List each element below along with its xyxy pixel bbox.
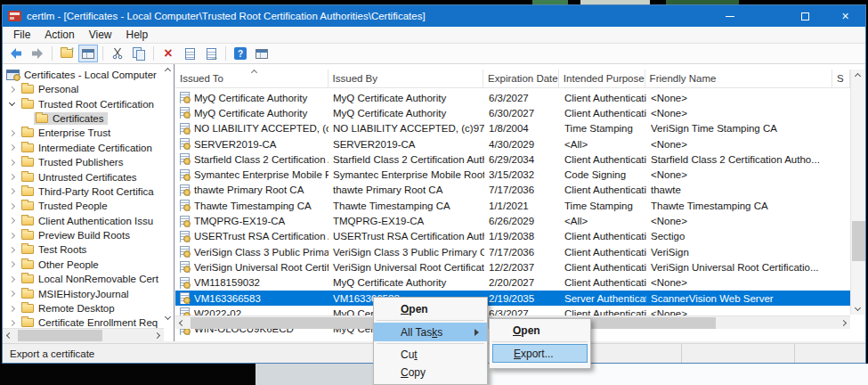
certificate-row[interactable]: VeriSign Class 3 Public Primary ... Veri… xyxy=(175,244,850,259)
tree-item[interactable]: Test Roots xyxy=(3,242,163,257)
scroll-up-icon[interactable] xyxy=(855,73,861,79)
console-tree-pane: Certificates - Local Computer Personal xyxy=(3,64,174,341)
scroll-down-icon[interactable] xyxy=(855,305,861,311)
minimize-button[interactable] xyxy=(710,5,750,27)
certificate-row[interactable]: VeriSign Universal Root Certific... Veri… xyxy=(175,259,850,274)
cell-issued-by: SERVER2019-CA xyxy=(329,139,484,150)
certificate-row[interactable]: MyQ Certificate Authority MyQ Certificat… xyxy=(175,90,850,105)
column-header-friendly-name[interactable]: Friendly Name xyxy=(645,70,832,87)
certificate-row[interactable]: VM163366583 VM163366583 2/19/2035 Server… xyxy=(175,291,850,306)
copy-button[interactable] xyxy=(129,45,149,62)
certificate-row[interactable]: USERTrust RSA Certification Aut... USERT… xyxy=(175,229,850,244)
cell-intended-purposes: Client Authenticati... xyxy=(560,108,646,119)
cell-expiration-date: 7/17/2036 xyxy=(484,247,560,258)
cell-intended-purposes: Client Authenticati... xyxy=(560,247,646,258)
scroll-down-icon[interactable] xyxy=(165,314,171,320)
scrollbar-thumb[interactable] xyxy=(852,221,865,261)
cell-issued-by: Thawte Timestamping CA xyxy=(329,201,484,211)
tree-item[interactable]: Trusted Publishers xyxy=(3,155,163,169)
tree-horizontal-scrollbar[interactable] xyxy=(3,328,164,341)
column-header-expiration-date[interactable]: Expiration Date xyxy=(483,70,559,87)
delete-button[interactable]: × xyxy=(158,45,178,62)
cell-intended-purposes: Time Stamping xyxy=(560,123,646,134)
tree-item[interactable]: MSIEHistoryJournal xyxy=(3,286,163,300)
submenu-open[interactable]: Open xyxy=(490,322,590,340)
menu-bar-item[interactable]: Help xyxy=(119,27,156,43)
show-console-tree-button[interactable] xyxy=(78,45,98,62)
column-header-intended-purposes[interactable]: Intended Purposes xyxy=(559,70,645,87)
cell-issued-to: TMQPRG-EX19-CA xyxy=(194,216,285,226)
tree-item[interactable]: Preview Build Roots xyxy=(3,228,163,242)
console-window-button[interactable] xyxy=(252,45,272,62)
cut-button[interactable] xyxy=(108,45,127,62)
column-header-truncated[interactable]: S xyxy=(832,70,850,87)
certificate-row[interactable]: TMQPRG-EX19-CA TMQPRG-EX19-CA 6/26/2029 … xyxy=(175,213,850,228)
scroll-right-icon[interactable] xyxy=(837,316,850,330)
tree-item[interactable]: Local NonRemovable Cert xyxy=(3,272,163,286)
forward-button[interactable] xyxy=(28,45,47,62)
certificate-row[interactable]: Symantec Enterprise Mobile Ro... Symante… xyxy=(175,167,850,182)
certificate-row[interactable]: SERVER2019-CA SERVER2019-CA 4/30/2029 <A… xyxy=(175,136,850,152)
back-button[interactable] xyxy=(6,45,26,62)
tree-item[interactable]: Certificates xyxy=(3,111,163,126)
tree-item[interactable]: Other People xyxy=(3,258,163,272)
chevron-icon xyxy=(9,203,15,209)
tree-item[interactable]: Trusted People xyxy=(3,199,163,213)
scroll-left-icon[interactable] xyxy=(3,329,16,342)
export-list-button[interactable] xyxy=(201,45,221,62)
menu-bar-item[interactable]: File xyxy=(6,27,37,43)
menu-bar-item[interactable]: View xyxy=(82,27,119,43)
tree-item[interactable]: Enterprise Trust xyxy=(3,126,163,140)
context-menu-all-tasks[interactable]: All Tasks xyxy=(374,323,487,341)
list-vertical-scrollbar[interactable] xyxy=(850,70,865,315)
menu-separator xyxy=(377,320,484,321)
cell-intended-purposes: Time Stamping xyxy=(560,201,646,211)
context-menu-open[interactable]: Open xyxy=(374,300,487,318)
cell-issued-to: SERVER2019-CA xyxy=(194,139,276,150)
toolbar-separator xyxy=(102,46,103,61)
certificate-icon xyxy=(180,246,191,258)
column-header-issued-to[interactable]: Issued To xyxy=(175,70,329,87)
cell-expiration-date: 2/19/2035 xyxy=(484,293,560,304)
tree-item[interactable]: Third-Party Root Certifica xyxy=(3,184,163,199)
scrollbar-thumb[interactable] xyxy=(18,330,102,341)
certificate-row[interactable]: Starfield Class 2 Certification A... Sta… xyxy=(175,152,850,167)
certificate-row[interactable]: thawte Primary Root CA thawte Primary Ro… xyxy=(175,183,850,198)
certificate-row[interactable]: Thawte Timestamping CA Thawte Timestampi… xyxy=(175,198,850,213)
cell-friendly-name: <None> xyxy=(646,216,834,226)
menu-separator xyxy=(377,343,484,344)
column-header-issued-by[interactable]: Issued By xyxy=(329,70,484,87)
certificate-icon xyxy=(180,292,191,304)
tree-root-certificates-local-computer[interactable]: Certificates - Local Computer xyxy=(3,67,163,82)
cell-friendly-name: VeriSign xyxy=(646,247,834,258)
close-button[interactable]: × xyxy=(825,5,865,27)
tree-item[interactable]: Personal xyxy=(3,82,163,96)
scroll-left-icon[interactable] xyxy=(175,316,189,330)
tree-item[interactable]: Client Authentication Issu xyxy=(3,214,163,228)
tree-item[interactable]: Remote Desktop xyxy=(3,301,163,315)
certificate-row[interactable]: MyQ Certificate Authority MyQ Certificat… xyxy=(175,105,850,120)
scroll-right-icon[interactable] xyxy=(150,329,164,342)
cell-expiration-date: 7/17/2036 xyxy=(484,184,560,195)
tree-item[interactable]: Intermediate Certification xyxy=(3,141,163,155)
certificate-row[interactable]: VM118159032 MyQ Certificate Authority 2/… xyxy=(175,275,850,291)
properties-button[interactable] xyxy=(180,45,199,62)
help-button[interactable]: ? xyxy=(231,45,250,62)
cell-friendly-name: Thawte Timestamping CA xyxy=(646,201,834,211)
certificate-row[interactable]: NO LIABILITY ACCEPTED, (c)97 ... NO LIAB… xyxy=(175,121,850,136)
menu-bar-item[interactable]: Action xyxy=(37,27,81,43)
menu-bar: File Action View Help xyxy=(3,27,865,44)
chevron-icon xyxy=(9,160,15,166)
tree-item[interactable]: Trusted Root Certification xyxy=(3,96,163,111)
maximize-button[interactable] xyxy=(785,5,825,27)
certificate-icon xyxy=(180,123,191,135)
context-menu-cut[interactable]: Cut xyxy=(374,346,487,364)
toolbar-separator xyxy=(225,46,226,61)
submenu-export[interactable]: Export... xyxy=(492,344,588,363)
scroll-up-icon[interactable] xyxy=(165,68,171,74)
titlebar[interactable]: certlm - [Certificates - Local Computer\… xyxy=(3,5,865,27)
context-menu-copy[interactable]: Copy xyxy=(374,364,487,381)
tree-item[interactable]: Untrusted Certificates xyxy=(3,169,163,184)
up-one-level-button[interactable] xyxy=(57,45,77,62)
tree-vertical-scrollbar[interactable] xyxy=(163,64,174,328)
